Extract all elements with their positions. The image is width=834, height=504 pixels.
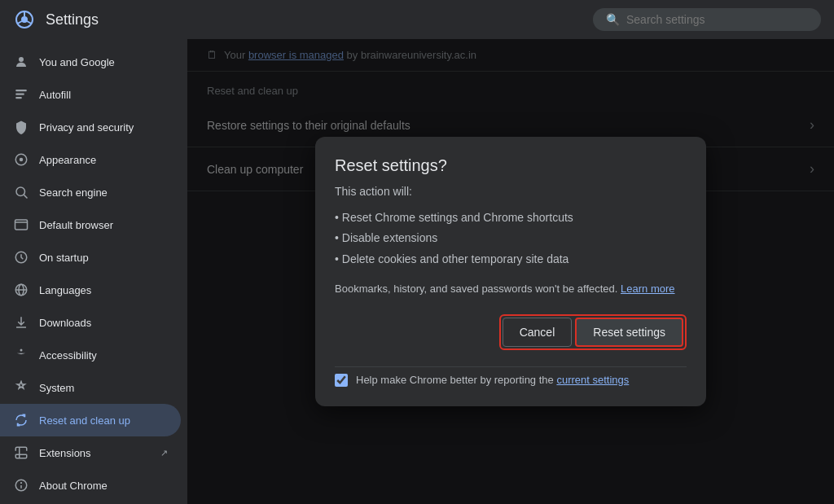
checkbox-row: Help make Chrome better by reporting the… (335, 366, 687, 387)
sidebar-item-privacy-security[interactable]: Privacy and security (0, 111, 181, 143)
sidebar-label: Reset and clean up (39, 414, 168, 427)
checkbox-label: Help make Chrome better by reporting the… (356, 374, 629, 386)
sidebar-item-reset-clean-up[interactable]: Reset and clean up (0, 404, 181, 436)
dialog-subtitle: This action will: (335, 185, 687, 198)
sidebar-item-on-startup[interactable]: On startup (0, 241, 181, 274)
sidebar-item-about-chrome[interactable]: About Chrome (0, 469, 181, 502)
button-group-highlighted: Cancel Reset settings (499, 314, 687, 350)
dialog-note: Bookmarks, history, and saved passwords … (335, 283, 687, 295)
sidebar-item-downloads[interactable]: Downloads (0, 306, 181, 339)
sidebar-item-languages[interactable]: Languages (0, 274, 181, 306)
svg-point-5 (19, 57, 24, 62)
svg-rect-6 (15, 90, 27, 91)
dialog-list: • Reset Chrome settings and Chrome short… (335, 208, 687, 270)
startup-icon (13, 249, 29, 265)
accessibility-icon (13, 347, 29, 363)
sidebar-label: About Chrome (39, 480, 168, 492)
sidebar-label: Downloads (39, 317, 168, 329)
main-layout: You and Google Autofill Privacy and secu… (0, 39, 834, 504)
sidebar-label: Default browser (39, 219, 168, 231)
sidebar-label: You and Google (39, 56, 168, 68)
sidebar-item-default-browser[interactable]: Default browser (0, 208, 181, 241)
dialog-overlay: Reset settings? This action will: • Rese… (187, 39, 834, 504)
search-icon: 🔍 (606, 13, 620, 26)
dialog-list-item-3: • Delete cookies and other temporary sit… (335, 249, 687, 270)
learn-more-link[interactable]: Learn more (621, 283, 674, 295)
svg-point-11 (16, 187, 25, 196)
shield-icon (13, 119, 29, 135)
sidebar-label: Extensions (39, 447, 151, 459)
sidebar-label: Appearance (39, 154, 168, 166)
svg-line-4 (18, 21, 22, 24)
reset-settings-button[interactable]: Reset settings (575, 318, 683, 347)
content-area: 🗒 Your browser is managed by brainwareun… (187, 39, 834, 504)
svg-line-3 (27, 21, 31, 24)
sidebar: You and Google Autofill Privacy and secu… (0, 39, 187, 504)
cancel-button[interactable]: Cancel (503, 318, 573, 347)
dialog-list-item-2: • Disable extensions (335, 228, 687, 248)
svg-rect-7 (15, 94, 24, 95)
svg-rect-13 (15, 220, 28, 230)
page-title: Settings (46, 11, 99, 28)
svg-rect-8 (15, 97, 22, 99)
search-bar[interactable]: 🔍 (593, 8, 821, 31)
dialog-list-item-1: • Reset Chrome settings and Chrome short… (335, 208, 687, 228)
svg-point-10 (20, 158, 24, 162)
sidebar-label: System (39, 382, 168, 394)
dialog-title: Reset settings? (335, 156, 687, 175)
reset-icon (13, 412, 29, 428)
reset-settings-dialog: Reset settings? This action will: • Rese… (315, 137, 706, 406)
sidebar-label: Privacy and security (39, 121, 168, 134)
sidebar-item-accessibility[interactable]: Accessibility (0, 339, 181, 371)
sidebar-label: Autofill (39, 89, 168, 101)
languages-icon (13, 282, 29, 298)
downloads-icon (13, 314, 29, 331)
sidebar-item-extensions[interactable]: Extensions ↗ (0, 436, 181, 469)
system-icon (13, 379, 29, 396)
person-icon (13, 54, 29, 70)
chrome-logo (13, 8, 36, 31)
browser-icon (13, 217, 29, 233)
search-input[interactable] (626, 13, 808, 26)
current-settings-link[interactable]: current settings (556, 374, 629, 386)
header: Settings 🔍 (0, 0, 834, 39)
sidebar-label: Accessibility (39, 349, 168, 362)
extensions-icon (13, 445, 29, 461)
dialog-buttons: Cancel Reset settings (335, 314, 687, 350)
autofill-icon (13, 86, 29, 103)
sidebar-item-search-engine[interactable]: Search engine (0, 176, 181, 208)
sidebar-label: On startup (39, 252, 168, 264)
sidebar-item-appearance[interactable]: Appearance (0, 143, 181, 176)
sidebar-item-autofill[interactable]: Autofill (0, 78, 181, 111)
sidebar-label: Languages (39, 284, 168, 296)
appearance-icon (13, 151, 29, 168)
external-link-icon: ↗ (160, 448, 168, 458)
sidebar-item-system[interactable]: System (0, 371, 181, 404)
sidebar-item-you-google[interactable]: You and Google (0, 46, 181, 78)
svg-line-12 (24, 195, 27, 198)
search-engine-icon (13, 184, 29, 200)
sidebar-label: Search engine (39, 186, 168, 199)
about-icon (13, 477, 29, 493)
report-checkbox[interactable] (335, 374, 348, 387)
svg-point-20 (20, 349, 23, 352)
